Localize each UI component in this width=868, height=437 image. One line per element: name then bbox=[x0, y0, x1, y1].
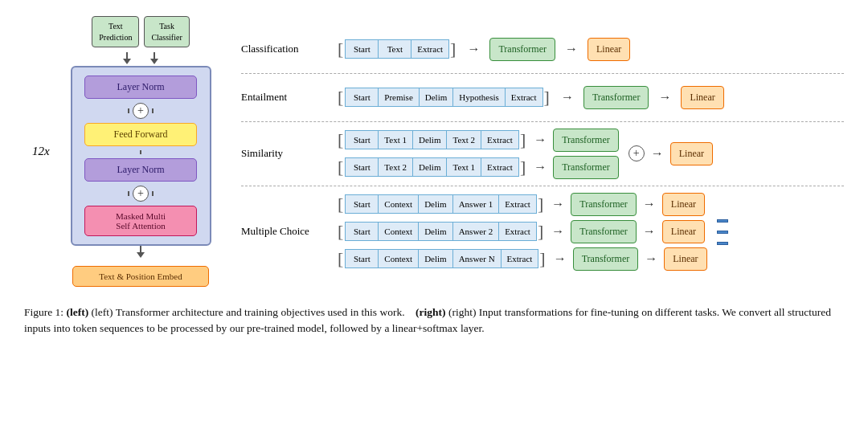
feed-forward-box: Feed Forward bbox=[84, 123, 197, 146]
diagram-area: 12x Text Prediction Task Classifier bbox=[24, 16, 844, 287]
token-seq-entailment: [ Start Premise Delim Hypothesis Extract… bbox=[336, 88, 551, 107]
plus-similarity: + bbox=[628, 145, 645, 161]
arrow-down-left bbox=[123, 59, 131, 64]
token-extract: Extract bbox=[411, 39, 449, 59]
task-row-mc: Multiple Choice [ Start Context Delim An… bbox=[241, 186, 844, 277]
linear-mc2: Linear bbox=[662, 220, 705, 243]
token-start: Start bbox=[345, 39, 379, 59]
token-hypothesis: Hypothesis bbox=[452, 88, 506, 107]
figure-caption: Figure 1: (left) (left) Transformer arch… bbox=[24, 304, 844, 337]
arrow-down-right bbox=[150, 59, 158, 64]
transformer-mc1: Transformer bbox=[571, 193, 637, 216]
right-bold: (right) bbox=[416, 306, 446, 318]
transformer-entailment: Transformer bbox=[583, 86, 649, 109]
arrow-to-linear: → bbox=[565, 42, 578, 56]
output-boxes: Text Prediction Task Classifier bbox=[48, 16, 233, 47]
transformer-sim2: Transformer bbox=[553, 156, 619, 179]
left-panel: 12x Text Prediction Task Classifier bbox=[24, 16, 233, 287]
layer-norm-bottom: Layer Norm bbox=[84, 158, 197, 182]
task-label-mc: Multiple Choice bbox=[241, 225, 330, 238]
arch-block: Layer Norm + Feed Forward bbox=[71, 66, 211, 246]
token-premise: Premise bbox=[378, 88, 419, 107]
token-seq-sim1: [ Start Text 1 Delim Text 2 Extract ] bbox=[336, 130, 527, 149]
merge-line-2 bbox=[717, 231, 728, 234]
task-row-similarity: Similarity [ Start Text 1 Delim Text 2 E… bbox=[241, 122, 844, 186]
right-panel: Classification [ Start Text Extract ] → … bbox=[241, 26, 844, 277]
task-label-entailment: Entailment bbox=[241, 91, 330, 104]
linear-mc1: Linear bbox=[662, 193, 705, 216]
token-seq-sim2: [ Start Text 2 Delim Text 1 Extract ] bbox=[336, 157, 527, 177]
token-seq-classification: [ Start Text Extract ] bbox=[336, 39, 457, 59]
left-bold: (left) bbox=[67, 306, 89, 318]
token-delim-e: Delim bbox=[419, 88, 454, 107]
merge-line-3 bbox=[717, 242, 728, 245]
embed-box: Text & Position Embed bbox=[72, 266, 209, 287]
task-row-classification: Classification [ Start Text Extract ] → … bbox=[241, 26, 844, 74]
similarity-rows: [ Start Text 1 Delim Text 2 Extract ] → … bbox=[336, 129, 619, 179]
attention-box: Masked Multi Self Attention bbox=[84, 206, 197, 236]
left-desc: (left) Transformer architecture and trai… bbox=[92, 306, 405, 318]
arrow-to-embed bbox=[137, 252, 145, 258]
arrow-to-transformer: → bbox=[467, 42, 480, 56]
transformer-classification: Transformer bbox=[489, 38, 555, 61]
plus-circle-top: + bbox=[133, 103, 149, 119]
task-label-classification: Classification bbox=[241, 43, 330, 55]
plus-circle-bottom: + bbox=[133, 186, 149, 202]
figure-num: Figure 1: bbox=[24, 306, 63, 318]
linear-mc3: Linear bbox=[664, 247, 706, 271]
task-row-entailment: Entailment [ Start Premise Delim Hypothe… bbox=[241, 74, 844, 122]
task-label-similarity: Similarity bbox=[241, 147, 330, 160]
merge-line-1 bbox=[717, 219, 728, 223]
layer-norm-top: Layer Norm bbox=[84, 76, 197, 99]
right-desc: (right) Input transformations for fine-t… bbox=[448, 306, 719, 318]
token-start-e: Start bbox=[345, 88, 379, 107]
token-text: Text bbox=[378, 39, 411, 59]
transformer-mc2: Transformer bbox=[571, 220, 637, 243]
token-extract-e: Extract bbox=[505, 88, 543, 107]
transformer-sim1: Transformer bbox=[553, 129, 619, 152]
transformer-mc3: Transformer bbox=[573, 247, 639, 271]
figure-container: 12x Text Prediction Task Classifier bbox=[24, 16, 844, 337]
twelve-x-label: 12x bbox=[32, 145, 50, 158]
linear-similarity: Linear bbox=[670, 142, 713, 165]
linear-classification: Linear bbox=[588, 38, 630, 61]
text-prediction-box: Text Prediction bbox=[92, 16, 139, 47]
mc-rows: [ Start Context Delim Answer 1 Extract ]… bbox=[336, 193, 707, 271]
task-classifier-box: Task Classifier bbox=[144, 16, 189, 47]
linear-entailment: Linear bbox=[681, 86, 723, 109]
